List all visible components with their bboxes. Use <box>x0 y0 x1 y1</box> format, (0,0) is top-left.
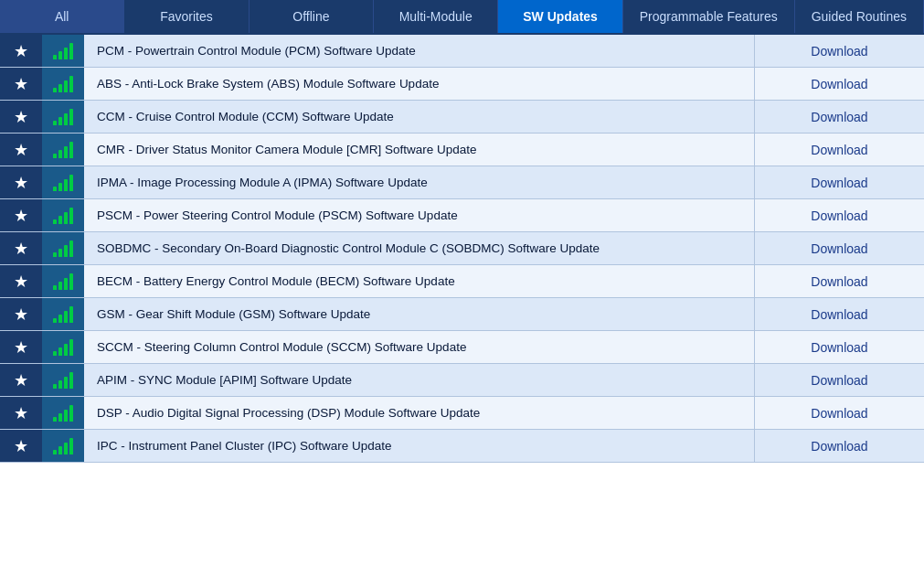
favorite-star-button[interactable]: ★ <box>0 232 42 264</box>
tab-multi-module[interactable]: Multi-Module <box>374 0 498 33</box>
favorite-star-button[interactable]: ★ <box>0 331 42 363</box>
favorite-star-button[interactable]: ★ <box>0 68 42 100</box>
table-row: ★DSP - Audio Digital Signal Processing (… <box>0 397 924 430</box>
star-icon: ★ <box>14 173 28 193</box>
favorite-star-button[interactable]: ★ <box>0 397 42 429</box>
tab-bar: AllFavoritesOfflineMulti-ModuleSW Update… <box>0 0 924 35</box>
tab-offline[interactable]: Offline <box>250 0 374 33</box>
favorite-star-button[interactable]: ★ <box>0 101 42 133</box>
signal-indicator <box>42 232 84 264</box>
signal-bars-icon <box>53 208 73 224</box>
star-icon: ★ <box>14 74 28 94</box>
download-button[interactable]: Download <box>755 134 924 166</box>
signal-indicator <box>42 101 84 133</box>
download-button[interactable]: Download <box>755 232 924 264</box>
star-icon: ★ <box>14 370 28 390</box>
table-row: ★SCCM - Steering Column Control Module (… <box>0 331 924 364</box>
signal-bars-icon <box>53 306 73 323</box>
star-icon: ★ <box>14 403 28 423</box>
download-button[interactable]: Download <box>755 298 924 330</box>
tab-sw-updates[interactable]: SW Updates <box>498 0 622 33</box>
module-name: APIM - SYNC Module [APIM] Software Updat… <box>84 364 755 396</box>
signal-indicator <box>42 134 84 166</box>
signal-bars-icon <box>53 372 73 389</box>
module-name: DSP - Audio Digital Signal Processing (D… <box>84 397 755 429</box>
favorite-star-button[interactable]: ★ <box>0 430 42 462</box>
tab-favorites[interactable]: Favorites <box>124 0 249 33</box>
signal-indicator <box>42 68 84 100</box>
favorite-star-button[interactable]: ★ <box>0 35 42 67</box>
download-button[interactable]: Download <box>755 430 924 462</box>
module-name: CCM - Cruise Control Module (CCM) Softwa… <box>84 101 755 133</box>
star-icon: ★ <box>14 239 28 259</box>
tab-programmable-features[interactable]: Programmable Features <box>623 0 795 33</box>
module-name: ABS - Anti-Lock Brake System (ABS) Modul… <box>84 68 755 100</box>
signal-bars-icon <box>53 109 73 125</box>
download-button[interactable]: Download <box>755 199 924 231</box>
table-row: ★GSM - Gear Shift Module (GSM) Software … <box>0 298 924 331</box>
download-button[interactable]: Download <box>755 265 924 297</box>
favorite-star-button[interactable]: ★ <box>0 199 42 231</box>
table-row: ★CMR - Driver Status Monitor Camera Modu… <box>0 134 924 166</box>
star-icon: ★ <box>14 436 28 456</box>
table-row: ★PSCM - Power Steering Control Module (P… <box>0 199 924 232</box>
signal-bars-icon <box>53 405 73 422</box>
signal-indicator <box>42 35 84 67</box>
signal-indicator <box>42 331 84 363</box>
module-name: IPMA - Image Processing Module A (IPMA) … <box>84 166 755 198</box>
signal-bars-icon <box>53 240 73 257</box>
signal-indicator <box>42 166 84 198</box>
tab-guided-routines[interactable]: Guided Routines <box>795 0 924 33</box>
signal-indicator <box>42 265 84 297</box>
star-icon: ★ <box>14 272 28 292</box>
module-name: IPC - Instrument Panel Cluster (IPC) Sof… <box>84 430 755 462</box>
signal-indicator <box>42 298 84 330</box>
module-name: GSM - Gear Shift Module (GSM) Software U… <box>84 298 755 330</box>
table-row: ★APIM - SYNC Module [APIM] Software Upda… <box>0 364 924 397</box>
signal-bars-icon <box>53 273 73 290</box>
module-name: PCM - Powertrain Control Module (PCM) So… <box>84 35 755 67</box>
signal-bars-icon <box>53 438 73 454</box>
download-button[interactable]: Download <box>755 166 924 198</box>
table-row: ★BECM - Battery Energy Control Module (B… <box>0 265 924 298</box>
star-icon: ★ <box>14 337 28 358</box>
download-button[interactable]: Download <box>755 68 924 100</box>
star-icon: ★ <box>14 41 28 61</box>
download-button[interactable]: Download <box>755 397 924 429</box>
star-icon: ★ <box>14 206 28 226</box>
signal-bars-icon <box>53 43 73 59</box>
table-row: ★IPMA - Image Processing Module A (IPMA)… <box>0 166 924 199</box>
signal-indicator <box>42 199 84 231</box>
table-row: ★CCM - Cruise Control Module (CCM) Softw… <box>0 101 924 134</box>
signal-indicator <box>42 430 84 462</box>
table-row: ★SOBDMC - Secondary On-Board Diagnostic … <box>0 232 924 265</box>
signal-bars-icon <box>53 142 73 158</box>
module-name: PSCM - Power Steering Control Module (PS… <box>84 199 755 231</box>
star-icon: ★ <box>14 140 28 160</box>
star-icon: ★ <box>14 305 28 325</box>
signal-indicator <box>42 364 84 396</box>
star-icon: ★ <box>14 107 28 127</box>
table-wrapper: ★PCM - Powertrain Control Module (PCM) S… <box>0 35 924 463</box>
favorite-star-button[interactable]: ★ <box>0 166 42 198</box>
favorite-star-button[interactable]: ★ <box>0 298 42 330</box>
module-name: SCCM - Steering Column Control Module (S… <box>84 331 755 363</box>
signal-indicator <box>42 397 84 429</box>
download-button[interactable]: Download <box>755 101 924 133</box>
download-button[interactable]: Download <box>755 364 924 396</box>
download-button[interactable]: Download <box>755 331 924 363</box>
signal-bars-icon <box>53 175 73 191</box>
favorite-star-button[interactable]: ★ <box>0 364 42 396</box>
favorite-star-button[interactable]: ★ <box>0 265 42 297</box>
tab-all[interactable]: All <box>0 0 124 33</box>
download-button[interactable]: Download <box>755 35 924 67</box>
table-row: ★ABS - Anti-Lock Brake System (ABS) Modu… <box>0 68 924 101</box>
signal-bars-icon <box>53 76 73 92</box>
table-row: ★PCM - Powertrain Control Module (PCM) S… <box>0 35 924 68</box>
signal-bars-icon <box>53 339 73 356</box>
favorite-star-button[interactable]: ★ <box>0 134 42 166</box>
module-name: CMR - Driver Status Monitor Camera Modul… <box>84 134 755 166</box>
module-name: BECM - Battery Energy Control Module (BE… <box>84 265 755 297</box>
table-row: ★IPC - Instrument Panel Cluster (IPC) So… <box>0 430 924 463</box>
module-name: SOBDMC - Secondary On-Board Diagnostic C… <box>84 232 755 264</box>
